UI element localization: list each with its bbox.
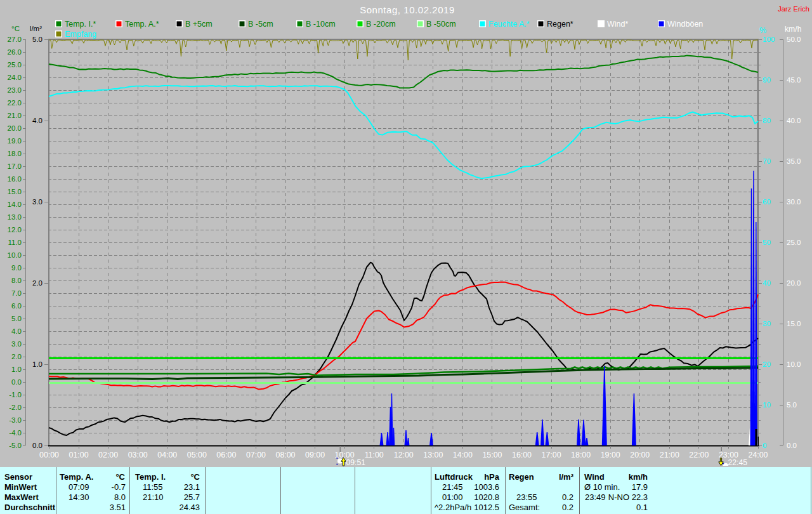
svg-text:6.0: 6.0 (11, 302, 22, 310)
svg-text:01:00: 01:00 (69, 451, 89, 459)
svg-text:3.0: 3.0 (32, 198, 43, 206)
svg-text:1012.5: 1012.5 (474, 503, 499, 512)
svg-text:0.0: 0.0 (787, 442, 797, 449)
svg-text:N-NO 22.3: N-NO 22.3 (608, 492, 648, 502)
svg-text:45.0: 45.0 (787, 76, 801, 84)
svg-text:17.0: 17.0 (8, 162, 22, 170)
svg-text:B -50cm: B -50cm (426, 20, 456, 29)
svg-text:25.0: 25.0 (8, 61, 22, 69)
svg-text:18:00: 18:00 (571, 451, 591, 459)
svg-text:08:00: 08:00 (275, 451, 295, 459)
svg-text:40.0: 40.0 (787, 117, 801, 124)
svg-text:22:45: 22:45 (728, 458, 748, 467)
svg-text:hPa: hPa (484, 472, 500, 482)
svg-text:80: 80 (763, 117, 771, 124)
svg-text:22.0: 22.0 (8, 99, 22, 107)
svg-text:22:00: 22:00 (689, 451, 709, 459)
svg-text:Temp. A.*: Temp. A.* (125, 20, 159, 29)
svg-text:25.7: 25.7 (184, 492, 200, 502)
svg-text:1003.6: 1003.6 (474, 482, 499, 492)
svg-text:40: 40 (763, 279, 771, 287)
svg-text:1.0: 1.0 (32, 360, 43, 368)
svg-text:09:51: 09:51 (346, 458, 366, 467)
svg-text:24.0: 24.0 (8, 74, 22, 81)
svg-text:26.0: 26.0 (8, 48, 22, 56)
svg-text:14:00: 14:00 (453, 451, 473, 459)
svg-text:04:00: 04:00 (157, 451, 177, 459)
svg-text:Gesamt:: Gesamt: (509, 503, 540, 512)
svg-text:35.0: 35.0 (787, 157, 801, 165)
svg-text:25.0: 25.0 (787, 239, 801, 246)
svg-text:4.0: 4.0 (32, 117, 43, 124)
svg-text:l/m²: l/m² (30, 25, 42, 32)
svg-text:23.0: 23.0 (8, 86, 22, 94)
svg-text:MinWert: MinWert (4, 482, 37, 492)
svg-text:4.0: 4.0 (11, 327, 22, 335)
svg-text:19:00: 19:00 (601, 451, 620, 459)
svg-text:16.0: 16.0 (8, 175, 22, 183)
svg-text:0.1: 0.1 (636, 503, 648, 512)
svg-text:18.0: 18.0 (8, 150, 22, 157)
svg-text:-3.0: -3.0 (9, 416, 22, 424)
svg-text:15:00: 15:00 (482, 451, 502, 459)
svg-text:21:10: 21:10 (143, 492, 164, 502)
svg-text:19.0: 19.0 (8, 137, 22, 145)
svg-text:Sensor: Sensor (4, 472, 32, 482)
svg-text:20.0: 20.0 (787, 279, 801, 287)
svg-text:20:00: 20:00 (630, 451, 650, 459)
svg-text:°C: °C (115, 472, 125, 482)
svg-text:5.0: 5.0 (11, 315, 22, 322)
svg-text:Wind*: Wind* (607, 20, 628, 29)
svg-text:km/h: km/h (629, 472, 648, 482)
svg-text:%: % (759, 26, 766, 35)
svg-text:15.0: 15.0 (787, 320, 801, 327)
svg-text:11:00: 11:00 (365, 451, 384, 459)
svg-text:50: 50 (763, 239, 771, 246)
svg-text:-1.0: -1.0 (9, 391, 22, 399)
svg-text:100: 100 (763, 36, 775, 43)
svg-text:14.0: 14.0 (8, 201, 22, 208)
svg-text:30: 30 (763, 320, 771, 327)
svg-text:0: 0 (763, 442, 766, 449)
svg-text:10: 10 (763, 401, 771, 409)
svg-text:12.0: 12.0 (8, 226, 22, 234)
svg-text:17:00: 17:00 (542, 451, 561, 459)
svg-text:Empfang: Empfang (65, 30, 96, 39)
svg-text:21:45: 21:45 (442, 482, 463, 492)
svg-text:20: 20 (763, 360, 771, 368)
svg-text:02:00: 02:00 (98, 451, 118, 459)
svg-text:23:55: 23:55 (516, 492, 537, 502)
svg-text:-5.0: -5.0 (9, 442, 22, 449)
svg-text:-0.7: -0.7 (112, 482, 126, 492)
svg-text:°C: °C (11, 25, 20, 32)
svg-text:03:00: 03:00 (128, 451, 148, 459)
svg-text:Regen: Regen (509, 472, 534, 482)
svg-text:9.0: 9.0 (11, 264, 22, 272)
svg-text:27.0: 27.0 (8, 36, 22, 43)
svg-text:5.0: 5.0 (32, 36, 43, 43)
svg-text:21.0: 21.0 (8, 112, 22, 119)
svg-text:90: 90 (763, 76, 771, 84)
svg-text:Temp. A.: Temp. A. (60, 472, 93, 482)
svg-text:01:00: 01:00 (442, 492, 463, 502)
svg-text:10.0: 10.0 (787, 360, 801, 368)
svg-text:Regen*: Regen* (547, 20, 573, 29)
svg-text:21:00: 21:00 (660, 451, 679, 459)
svg-text:MaxWert: MaxWert (4, 492, 39, 502)
svg-text:5.0: 5.0 (787, 401, 797, 409)
svg-text:15.0: 15.0 (8, 188, 22, 195)
svg-text:°C: °C (190, 472, 200, 482)
svg-text:30.0: 30.0 (787, 198, 801, 206)
svg-text:B -5cm: B -5cm (248, 20, 273, 29)
svg-text:07:09: 07:09 (69, 482, 89, 492)
svg-text:2.0: 2.0 (11, 353, 22, 360)
svg-text:Windböen: Windböen (667, 20, 703, 29)
svg-text:Durchschnitt: Durchschnitt (4, 503, 56, 512)
svg-text:13.0: 13.0 (8, 213, 22, 221)
svg-text:05:00: 05:00 (187, 451, 207, 459)
svg-text:0.0: 0.0 (11, 378, 22, 386)
svg-text:00:00: 00:00 (39, 451, 59, 459)
svg-text:Jarz Erich: Jarz Erich (778, 5, 809, 13)
svg-text:B -20cm: B -20cm (366, 20, 396, 29)
svg-text:60: 60 (763, 198, 771, 206)
